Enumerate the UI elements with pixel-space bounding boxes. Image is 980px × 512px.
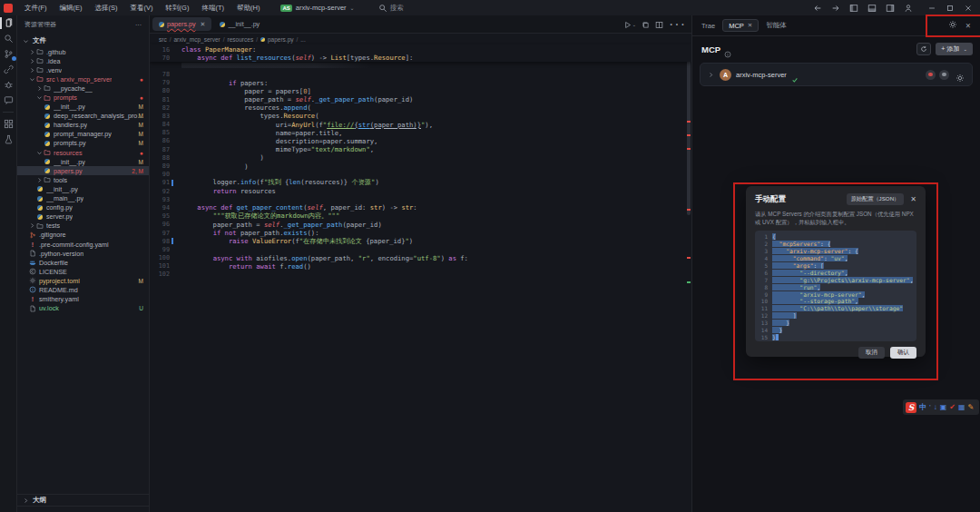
tree-item[interactable]: __pycache__ [17,84,149,93]
nav-back-icon[interactable] [813,4,822,13]
confirm-button[interactable]: 确认 [890,347,916,359]
tree-item[interactable]: prompts● [17,93,149,102]
tree-item[interactable]: __main__.py [17,194,149,203]
menu-item[interactable]: 终端(T) [195,4,230,12]
tree-item[interactable]: uv.lockU [17,304,149,313]
tree-item[interactable]: papers.py2, M [17,166,149,175]
refresh-button[interactable] [916,43,931,55]
tab-papers-py[interactable]: papers.py ✕ [152,17,211,31]
breadcrumb[interactable]: src/arxiv_mcp_server/resources/papers.py… [150,34,691,44]
tree-item[interactable]: src \ arxiv_mcp_server● [17,74,149,84]
tab-agents[interactable]: 智能体 [766,21,787,30]
menu-item[interactable]: 文件(F) [18,4,54,12]
window-maximize-icon[interactable] [946,4,955,13]
nav-forward-icon[interactable] [831,4,840,13]
tree-item[interactable]: server.py [17,212,149,222]
ime-mode-label[interactable]: 中 [919,404,926,411]
ime-tool-icon[interactable]: ’ [929,404,931,411]
tree-item[interactable]: tests [17,222,149,231]
add-server-button[interactable]: + 添加 ⌄ [936,43,973,55]
tab-mcp[interactable]: MCP ✕ [722,19,759,32]
explorer-icon[interactable] [0,15,17,31]
ime-logo-icon[interactable]: S [906,402,916,413]
tree-item[interactable]: .gitignore [17,231,149,240]
tab-close-icon[interactable]: ✕ [201,21,206,28]
tree-item[interactable]: prompt_manager.pyM [17,130,149,139]
tree-item[interactable]: handlers.pyM [17,121,149,130]
tab-close-icon[interactable]: ✕ [748,22,752,29]
ime-tool-icon[interactable]: ▦ [958,404,965,411]
cancel-button[interactable]: 取消 [858,347,885,359]
tree-item[interactable]: resources● [17,148,149,157]
tab-init-py[interactable]: __init__.py [213,17,266,31]
ime-tool-icon[interactable]: ↓ [934,404,937,411]
project-switcher[interactable]: AS arxiv-mcp-server ⌄ [280,4,354,12]
outline-section-header[interactable]: 大纲 [17,494,149,507]
ime-tool-icon[interactable]: ✎ [968,404,975,411]
tree-item[interactable]: LICENSE [17,267,149,276]
link-icon[interactable] [0,62,17,77]
scrollbar-thumb[interactable] [687,61,691,215]
tree-item[interactable]: .venv [17,65,149,74]
account-icon[interactable] [904,4,913,13]
ime-toolbar[interactable]: S 中 ’↓▣✔▦✎ [903,399,979,415]
run-button[interactable]: ⌄ [623,21,636,29]
tree-item[interactable]: !.pre-commit-config.yaml [17,240,149,249]
tree-item[interactable]: prompts.pyM [17,139,149,148]
layout-sidebar-left-icon[interactable] [849,4,858,13]
menu-item[interactable]: 转到(G) [160,4,196,12]
layout-panel-bottom-icon[interactable] [867,4,877,13]
breadcrumb-item[interactable]: src [159,36,167,43]
tab-trae[interactable]: Trae [701,22,715,30]
chat-icon[interactable] [0,93,17,108]
more-actions-icon[interactable]: ··· [669,16,686,33]
bug-icon[interactable] [0,77,17,93]
breadcrumb-item[interactable]: arxiv_mcp_server [173,36,220,43]
tree-item[interactable]: tools [17,175,149,184]
tree-item[interactable]: !smithery.yaml [17,295,149,304]
config-json-editor[interactable]: 1{2 "mcpServers": {3 "arxiv-mcp-server":… [755,231,916,341]
panel-settings-icon[interactable] [948,20,957,31]
tree-item[interactable]: deep_research_analysis_prompt.pyM [17,112,149,121]
server-settings-icon[interactable] [956,70,965,79]
window-minimize-icon[interactable] [927,4,936,13]
server-status-icon[interactable] [939,70,949,80]
explorer-more-icon[interactable]: ··· [135,22,142,28]
tree-item[interactable]: __init__.py [17,184,149,193]
doc-icon [29,250,36,257]
scm-icon[interactable] [0,46,17,62]
chevron-right-icon[interactable] [708,72,714,78]
compare-icon[interactable] [642,16,650,33]
tree-item[interactable]: __init__.pyM [17,103,149,112]
dialog-close-icon[interactable]: ✕ [910,195,916,203]
beaker-icon[interactable] [0,132,17,147]
ime-tool-icon[interactable]: ▣ [940,404,947,411]
files-section-header[interactable]: 文件 [17,34,149,48]
panel-close-icon[interactable]: ✕ [965,22,971,30]
menu-item[interactable]: 帮助(H) [230,4,266,12]
tree-item[interactable]: pyproject.tomlM [17,276,149,285]
ime-tool-icon[interactable]: ✔ [949,404,956,411]
breadcrumb-item[interactable]: papers.py [268,36,294,43]
global-search[interactable]: 搜索 [378,4,404,13]
breadcrumb-item[interactable]: ... [300,36,305,43]
tree-item[interactable]: .idea [17,56,149,65]
mcp-server-row[interactable]: A arxiv-mcp-server [700,63,973,86]
menu-item[interactable]: 选择(S) [89,4,124,12]
server-stop-icon[interactable] [926,70,936,80]
tree-item[interactable]: config.py [17,203,149,212]
split-editor-icon[interactable] [655,16,663,33]
raw-config-json-button[interactable]: 原始配置（JSON） [847,193,905,205]
tree-item[interactable]: README.md [17,285,149,294]
tree-item[interactable]: Dockerfile [17,258,149,267]
layout-sidebar-right-icon[interactable] [886,4,895,13]
tree-item[interactable]: .python-version [17,249,149,258]
tree-item[interactable]: __init__.pyM [17,157,149,166]
menu-item[interactable]: 编辑(E) [54,4,89,12]
extensions-icon[interactable] [0,116,17,132]
breadcrumb-item[interactable]: resources [228,36,254,43]
search-icon[interactable] [0,31,17,46]
tree-item[interactable]: .github [17,47,149,56]
menu-item[interactable]: 查看(V) [124,4,160,12]
window-close-icon[interactable] [964,4,973,13]
